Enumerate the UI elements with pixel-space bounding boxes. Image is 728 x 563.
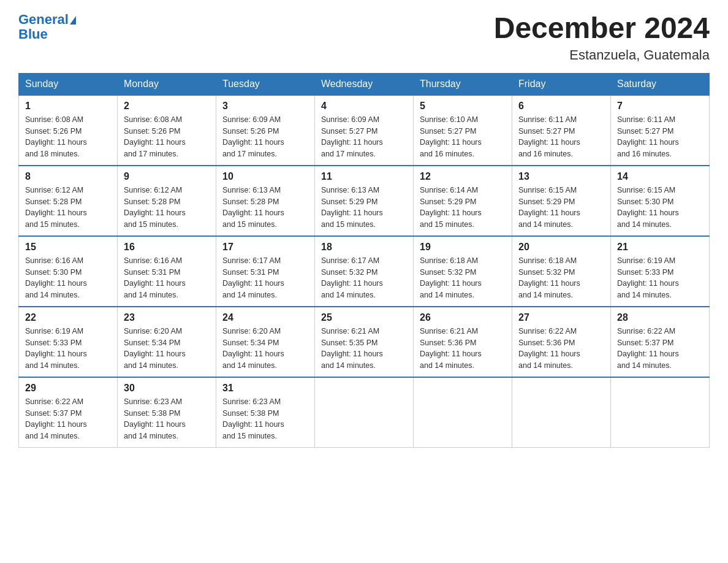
day-cell: 6Sunrise: 6:11 AMSunset: 5:27 PMDaylight… (512, 95, 611, 166)
column-header-friday: Friday (512, 73, 611, 95)
day-number: 28 (617, 312, 703, 323)
day-cell: 7Sunrise: 6:11 AMSunset: 5:27 PMDaylight… (611, 95, 710, 166)
day-info: Sunrise: 6:17 AMSunset: 5:31 PMDaylight:… (222, 255, 308, 301)
week-row-5: 29Sunrise: 6:22 AMSunset: 5:37 PMDayligh… (19, 377, 710, 448)
day-info: Sunrise: 6:13 AMSunset: 5:29 PMDaylight:… (321, 185, 407, 231)
day-cell: 14Sunrise: 6:15 AMSunset: 5:30 PMDayligh… (611, 166, 710, 236)
day-number: 12 (420, 171, 506, 182)
day-cell: 15Sunrise: 6:16 AMSunset: 5:30 PMDayligh… (19, 236, 118, 307)
day-number: 22 (25, 312, 111, 323)
day-cell: 18Sunrise: 6:17 AMSunset: 5:32 PMDayligh… (315, 236, 414, 307)
day-info: Sunrise: 6:17 AMSunset: 5:32 PMDaylight:… (321, 255, 407, 301)
day-info: Sunrise: 6:15 AMSunset: 5:29 PMDaylight:… (518, 185, 604, 231)
day-cell: 25Sunrise: 6:21 AMSunset: 5:35 PMDayligh… (315, 307, 414, 377)
day-number: 13 (518, 171, 604, 182)
day-cell (315, 377, 414, 448)
page-header: General Blue December 2024 Estanzuela, G… (18, 12, 710, 63)
day-number: 25 (321, 312, 407, 323)
column-header-sunday: Sunday (19, 73, 118, 95)
day-number: 20 (518, 242, 604, 253)
day-cell: 2Sunrise: 6:08 AMSunset: 5:26 PMDaylight… (118, 95, 216, 166)
calendar-header-row: SundayMondayTuesdayWednesdayThursdayFrid… (19, 73, 710, 95)
day-number: 17 (222, 242, 308, 253)
column-header-tuesday: Tuesday (216, 73, 315, 95)
day-cell: 26Sunrise: 6:21 AMSunset: 5:36 PMDayligh… (414, 307, 512, 377)
day-cell: 20Sunrise: 6:18 AMSunset: 5:32 PMDayligh… (512, 236, 611, 307)
day-info: Sunrise: 6:11 AMSunset: 5:27 PMDaylight:… (617, 114, 703, 160)
logo-blue: Blue (18, 26, 48, 42)
day-info: Sunrise: 6:19 AMSunset: 5:33 PMDaylight:… (25, 326, 111, 372)
day-cell: 22Sunrise: 6:19 AMSunset: 5:33 PMDayligh… (19, 307, 118, 377)
day-cell (512, 377, 611, 448)
day-cell (611, 377, 710, 448)
title-block: December 2024 Estanzuela, Guatemala (494, 12, 710, 63)
day-number: 29 (25, 383, 111, 394)
day-cell: 13Sunrise: 6:15 AMSunset: 5:29 PMDayligh… (512, 166, 611, 236)
day-info: Sunrise: 6:23 AMSunset: 5:38 PMDaylight:… (124, 396, 210, 442)
day-number: 24 (222, 312, 308, 323)
day-cell: 30Sunrise: 6:23 AMSunset: 5:38 PMDayligh… (118, 377, 216, 448)
day-cell: 11Sunrise: 6:13 AMSunset: 5:29 PMDayligh… (315, 166, 414, 236)
day-info: Sunrise: 6:23 AMSunset: 5:38 PMDaylight:… (222, 396, 308, 442)
week-row-3: 15Sunrise: 6:16 AMSunset: 5:30 PMDayligh… (19, 236, 710, 307)
day-number: 3 (222, 101, 308, 112)
day-number: 7 (617, 101, 703, 112)
day-number: 5 (420, 101, 506, 112)
day-info: Sunrise: 6:18 AMSunset: 5:32 PMDaylight:… (420, 255, 506, 301)
day-info: Sunrise: 6:20 AMSunset: 5:34 PMDaylight:… (124, 326, 210, 372)
day-info: Sunrise: 6:15 AMSunset: 5:30 PMDaylight:… (617, 185, 703, 231)
day-info: Sunrise: 6:22 AMSunset: 5:36 PMDaylight:… (518, 326, 604, 372)
day-number: 15 (25, 242, 111, 253)
day-cell: 3Sunrise: 6:09 AMSunset: 5:26 PMDaylight… (216, 95, 315, 166)
page-subtitle: Estanzuela, Guatemala (494, 47, 710, 63)
day-cell: 12Sunrise: 6:14 AMSunset: 5:29 PMDayligh… (414, 166, 512, 236)
day-cell: 8Sunrise: 6:12 AMSunset: 5:28 PMDaylight… (19, 166, 118, 236)
day-cell: 21Sunrise: 6:19 AMSunset: 5:33 PMDayligh… (611, 236, 710, 307)
page-title: December 2024 (494, 12, 710, 45)
day-cell: 4Sunrise: 6:09 AMSunset: 5:27 PMDaylight… (315, 95, 414, 166)
day-info: Sunrise: 6:11 AMSunset: 5:27 PMDaylight:… (518, 114, 604, 160)
day-cell (414, 377, 512, 448)
day-cell: 17Sunrise: 6:17 AMSunset: 5:31 PMDayligh… (216, 236, 315, 307)
day-info: Sunrise: 6:13 AMSunset: 5:28 PMDaylight:… (222, 185, 308, 231)
day-info: Sunrise: 6:14 AMSunset: 5:29 PMDaylight:… (420, 185, 506, 231)
day-number: 27 (518, 312, 604, 323)
day-cell: 28Sunrise: 6:22 AMSunset: 5:37 PMDayligh… (611, 307, 710, 377)
day-info: Sunrise: 6:22 AMSunset: 5:37 PMDaylight:… (25, 396, 111, 442)
day-cell: 16Sunrise: 6:16 AMSunset: 5:31 PMDayligh… (118, 236, 216, 307)
day-info: Sunrise: 6:08 AMSunset: 5:26 PMDaylight:… (25, 114, 111, 160)
calendar-header: SundayMondayTuesdayWednesdayThursdayFrid… (19, 73, 710, 95)
day-cell: 19Sunrise: 6:18 AMSunset: 5:32 PMDayligh… (414, 236, 512, 307)
day-info: Sunrise: 6:21 AMSunset: 5:35 PMDaylight:… (321, 326, 407, 372)
day-number: 2 (124, 101, 210, 112)
day-info: Sunrise: 6:09 AMSunset: 5:27 PMDaylight:… (321, 114, 407, 160)
day-info: Sunrise: 6:16 AMSunset: 5:30 PMDaylight:… (25, 255, 111, 301)
day-cell: 31Sunrise: 6:23 AMSunset: 5:38 PMDayligh… (216, 377, 315, 448)
calendar-body: 1Sunrise: 6:08 AMSunset: 5:26 PMDaylight… (19, 95, 710, 448)
day-number: 9 (124, 171, 210, 182)
day-number: 10 (222, 171, 308, 182)
week-row-2: 8Sunrise: 6:12 AMSunset: 5:28 PMDaylight… (19, 166, 710, 236)
day-cell: 23Sunrise: 6:20 AMSunset: 5:34 PMDayligh… (118, 307, 216, 377)
column-header-thursday: Thursday (414, 73, 512, 95)
day-info: Sunrise: 6:10 AMSunset: 5:27 PMDaylight:… (420, 114, 506, 160)
day-number: 26 (420, 312, 506, 323)
day-number: 16 (124, 242, 210, 253)
logo-triangle-icon (70, 16, 76, 25)
day-cell: 1Sunrise: 6:08 AMSunset: 5:26 PMDaylight… (19, 95, 118, 166)
day-number: 8 (25, 171, 111, 182)
day-number: 4 (321, 101, 407, 112)
day-info: Sunrise: 6:16 AMSunset: 5:31 PMDaylight:… (124, 255, 210, 301)
day-info: Sunrise: 6:19 AMSunset: 5:33 PMDaylight:… (617, 255, 703, 301)
day-cell: 27Sunrise: 6:22 AMSunset: 5:36 PMDayligh… (512, 307, 611, 377)
logo-general: General (18, 12, 69, 27)
column-header-saturday: Saturday (611, 73, 710, 95)
day-info: Sunrise: 6:21 AMSunset: 5:36 PMDaylight:… (420, 326, 506, 372)
day-number: 1 (25, 101, 111, 112)
day-cell: 10Sunrise: 6:13 AMSunset: 5:28 PMDayligh… (216, 166, 315, 236)
column-header-monday: Monday (118, 73, 216, 95)
logo: General Blue (18, 12, 76, 42)
day-number: 14 (617, 171, 703, 182)
day-info: Sunrise: 6:22 AMSunset: 5:37 PMDaylight:… (617, 326, 703, 372)
day-cell: 9Sunrise: 6:12 AMSunset: 5:28 PMDaylight… (118, 166, 216, 236)
